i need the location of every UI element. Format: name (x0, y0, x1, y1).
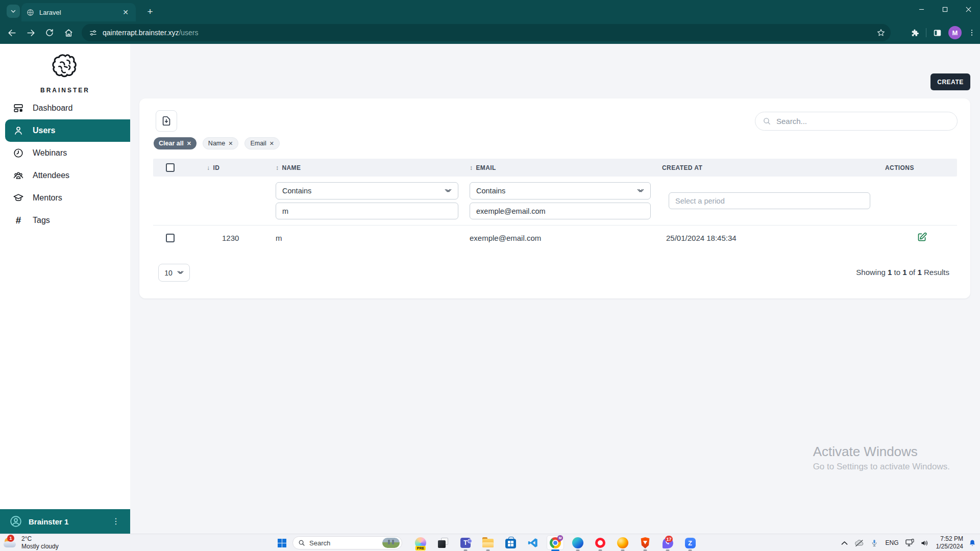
microphone-icon[interactable] (869, 537, 880, 548)
tab-close-icon[interactable]: ✕ (120, 8, 131, 16)
select-all-checkbox[interactable] (166, 163, 175, 172)
url-domain: qainterrapt.brainster.xyz (103, 29, 179, 37)
workspace-menu-icon[interactable]: ⋮ (109, 517, 123, 525)
sidebar-item-mentors[interactable]: Mentors (0, 187, 130, 209)
sidebar-item-label: Users (33, 126, 55, 135)
maximize-button[interactable] (933, 0, 957, 18)
email-operator-select[interactable]: Contains (470, 182, 651, 199)
taskbar-item-viber[interactable]: 17 (656, 534, 679, 551)
search-icon (298, 539, 305, 546)
export-button[interactable] (156, 110, 177, 132)
clear-all-chip[interactable]: Clear all✕ (154, 137, 197, 149)
hash-icon: # (12, 214, 24, 227)
search-highlight-image[interactable] (382, 538, 400, 548)
page-size-select[interactable]: 10 (158, 264, 190, 282)
copilot-pre-badge: PRE (415, 546, 426, 550)
minimize-button[interactable] (910, 0, 933, 18)
tab-strip: Laravel ✕ + (0, 0, 980, 21)
address-bar[interactable]: qainterrapt.brainster.xyz/users (82, 24, 891, 41)
taskbar-item-opera[interactable] (589, 534, 611, 551)
home-button[interactable] (61, 26, 76, 40)
new-tab-button[interactable]: + (144, 6, 156, 18)
profile-avatar[interactable]: M (948, 26, 962, 39)
taskbar-weather[interactable]: 1 2°C Mostly cloudy (3, 535, 59, 550)
network-icon[interactable] (904, 537, 916, 548)
url-text[interactable]: qainterrapt.brainster.xyz/users (103, 29, 876, 37)
browser-tab[interactable]: Laravel ✕ (21, 3, 136, 21)
taskbar-item-file-explorer[interactable] (477, 534, 499, 551)
cell-id: 1230 (207, 234, 276, 242)
taskbar-item-brave[interactable] (634, 534, 656, 551)
forward-button[interactable] (23, 26, 38, 40)
screen: Laravel ✕ + qainterrapt.brainster.xyz/us… (0, 0, 980, 551)
taskbar-item-firefox[interactable] (611, 534, 634, 551)
sidebar-item-webinars[interactable]: Webinars (0, 142, 130, 164)
table-search[interactable] (755, 112, 958, 131)
sidebar-item-label: Dashboard (33, 104, 72, 113)
filter-chip-name[interactable]: Name✕ (203, 137, 239, 149)
cell-name: m (276, 234, 470, 242)
browser-menu-icon[interactable] (968, 29, 976, 37)
sidebar-item-users[interactable]: Users (5, 119, 130, 142)
table-row[interactable]: 1230 m exemple@email.com 25/01/2024 18:4… (153, 225, 957, 250)
tray-chevron-up-icon[interactable] (839, 537, 850, 548)
graduation-cap-icon (12, 192, 24, 204)
back-button[interactable] (5, 26, 19, 40)
vscode-icon (527, 537, 539, 549)
name-operator-select[interactable]: Contains (276, 182, 458, 199)
column-header-name[interactable]: ↕NAME (276, 164, 470, 171)
tray-clock[interactable]: 7:52 PM 1/25/2024 (934, 535, 963, 550)
search-input[interactable] (776, 117, 940, 126)
sidebar-item-attendees[interactable]: Attendees (0, 164, 130, 187)
edit-icon[interactable] (917, 232, 927, 242)
language-indicator[interactable]: ENG (884, 539, 901, 546)
sidebar-item-tags[interactable]: # Tags (0, 209, 130, 232)
volume-icon[interactable] (919, 537, 930, 548)
column-header-created-at: CREATED AT (662, 164, 885, 171)
extensions-icon[interactable] (910, 28, 920, 38)
taskbar-item-task-view[interactable] (432, 534, 454, 551)
taskbar-item-copilot[interactable]: PRE (409, 534, 432, 551)
tab-search-button[interactable] (7, 5, 20, 18)
start-button[interactable] (278, 539, 286, 547)
bookmark-star-icon[interactable] (876, 28, 886, 37)
edge-icon (572, 537, 583, 548)
taskbar-item-teams[interactable]: T (454, 534, 477, 551)
taskbar-item-store[interactable] (499, 534, 522, 551)
chevron-down-icon (637, 188, 644, 193)
taskbar-item-edge[interactable] (567, 534, 589, 551)
reload-button[interactable] (42, 26, 57, 40)
cell-created-at: 25/01/2024 18:45:34 (662, 234, 885, 242)
taskbar-item-vscode[interactable] (522, 534, 544, 551)
close-icon[interactable]: ✕ (187, 140, 191, 147)
create-button[interactable]: CREATE (930, 73, 970, 90)
notification-bell-icon[interactable] (967, 537, 978, 548)
sidebar-item-dashboard[interactable]: Dashboard (0, 97, 130, 119)
onedrive-paused-icon[interactable] (854, 537, 865, 548)
main-content: CREATE Clear all✕ Name✕ (130, 44, 980, 534)
column-header-email[interactable]: ↕EMAIL (470, 164, 662, 171)
viber-badge: 17 (665, 536, 673, 542)
chevron-down-icon (445, 188, 452, 193)
column-header-id[interactable]: ↓ID (207, 164, 276, 171)
period-filter-input[interactable] (669, 192, 870, 209)
side-panel-icon[interactable] (933, 28, 942, 38)
taskbar-search[interactable]: Search (292, 536, 402, 549)
chevron-down-icon (10, 8, 16, 14)
taskbar-item-zoom[interactable]: Z (679, 534, 701, 551)
close-icon[interactable]: ✕ (270, 140, 274, 147)
close-icon[interactable]: ✕ (228, 140, 233, 147)
sort-icon[interactable]: ↕ (276, 164, 279, 171)
sort-icon[interactable]: ↕ (470, 164, 473, 171)
window-controls (910, 0, 980, 18)
close-button[interactable] (957, 0, 980, 18)
filter-chip-email[interactable]: Email✕ (244, 137, 279, 149)
site-settings-icon[interactable] (89, 29, 97, 37)
email-filter-input[interactable] (470, 203, 651, 219)
name-filter-input[interactable] (276, 203, 458, 219)
system-tray: ENG 7:52 PM 1/25/2024 (839, 534, 978, 551)
workspace-footer[interactable]: Brainster 1 ⋮ (0, 509, 130, 534)
taskbar-item-chrome[interactable]: M (544, 534, 567, 551)
row-checkbox[interactable] (166, 234, 175, 242)
sort-desc-icon[interactable]: ↓ (207, 164, 210, 171)
